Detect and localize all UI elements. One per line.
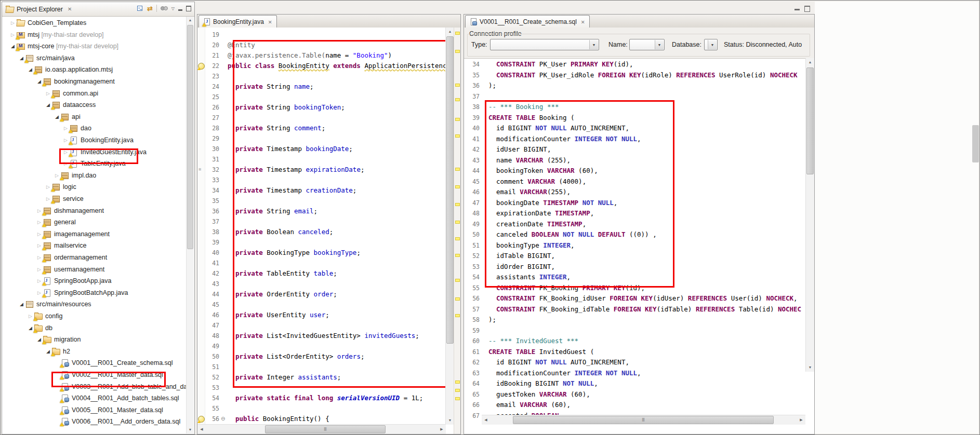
occurrence-marker[interactable] [455,397,460,400]
scrollbar-thumb[interactable] [446,36,454,344]
scroll-right-icon[interactable]: ▶ [438,425,446,434]
tree-item-src/main/java[interactable]: ◢src/main/java [3,52,186,64]
tree-item-usermanagement[interactable]: ▷usermanagement [3,264,186,276]
occurrence-marker[interactable] [455,254,460,257]
tree-item-common.api[interactable]: ▷common.api [3,88,186,100]
close-icon[interactable]: ✕ [268,19,272,25]
expander-icon[interactable]: ▷ [9,17,16,29]
chevron-down-icon[interactable]: ▼ [589,40,598,49]
minimize-view-icon[interactable] [178,9,182,11]
scroll-down-icon[interactable]: ▼ [806,363,814,372]
tree-item-InvitedGuestEntity.java[interactable]: ▷JInvitedGuestEntity.java [3,146,186,158]
close-icon[interactable]: ✕ [68,6,72,12]
tree-item-V0004__R001_Add_batch_tables.sql[interactable]: V0004__R001_Add_batch_tables.sql [3,392,186,404]
scrollbar-thumb[interactable]: Ⅲ [265,425,386,433]
occurrence-marker[interactable] [455,134,460,138]
java-code-area[interactable]: 1920@Entity21@javax.persistence.Table(na… [197,28,460,434]
occurrence-marker[interactable] [455,32,460,35]
tree-item-service[interactable]: ▷service [3,193,186,205]
tab-create-schema-sql[interactable]: V0001__R001_Create_schema.sql ✕ [465,15,590,28]
tree-item-logic[interactable]: ▷logic [3,181,186,193]
occurrence-marker[interactable] [455,237,460,240]
collapse-all-icon[interactable] [137,5,143,12]
java-overview-ruler[interactable] [454,28,460,434]
scroll-up-icon[interactable]: ▲ [187,17,194,24]
sql-vertical-scrollbar[interactable]: ▲ ▼ [805,58,814,372]
quickfix-warning-icon[interactable] [198,63,205,70]
scroll-up-icon[interactable]: ▲ [446,28,454,36]
scrollbar-thumb[interactable] [187,25,193,249]
scroll-right-icon[interactable]: ▶ [797,415,805,425]
tree-item-migration[interactable]: ◢migration [3,334,186,346]
database-select[interactable]: ▼ [704,39,718,50]
occurrence-marker[interactable] [455,314,460,317]
tab-booking-entity[interactable]: J BookingEntity.java ✕ [198,15,277,28]
link-with-editor-icon[interactable]: ⇄ [147,5,153,12]
project-tree-scrollbar[interactable]: ▲ ▼ [186,17,194,433]
occurrence-marker[interactable] [455,84,460,87]
occurrence-marker[interactable] [455,168,460,171]
occurrence-marker[interactable] [455,297,460,301]
occurrence-marker[interactable] [455,380,460,384]
project-explorer-tab[interactable]: Project Explorer ✕ [2,6,72,13]
tree-item-mtsj-core[interactable]: ◢Mmtsj-core [my-thai-star develop] [3,40,186,52]
scrollbar-thumb[interactable] [806,67,814,174]
scroll-left-icon[interactable]: ◀ [197,425,206,434]
tree-item-dao[interactable]: ▷dao [3,123,186,134]
tree-item-V0006__R001__Add_orders_data.sql[interactable]: V0006__R001__Add_orders_data.sql [3,416,186,428]
tree-item-V0005__R001_Master_data.sql[interactable]: V0005__R001_Master_data.sql [3,404,186,416]
maximize-view-icon[interactable] [186,6,191,11]
tree-item-SpringBootApp.java[interactable]: ▷JSpringBootApp.java [3,275,186,287]
quickfix-warning-icon[interactable] [198,416,205,423]
tree-item-V0001__R001_Create_schema.sql[interactable]: V0001__R001_Create_schema.sql [3,357,186,369]
sql-horizontal-scrollbar[interactable]: ◀ Ⅲ ▶ [482,415,805,425]
tree-item-impl.dao[interactable]: ▷impl.dao [3,170,186,182]
tree-item-imagemanagement[interactable]: ▷imagemanagement [3,228,186,240]
java-vertical-scrollbar[interactable]: ▲ ▼ [445,28,454,425]
tree-item-io.oasp.application.mtsj[interactable]: ◢io.oasp.application.mtsj [3,64,186,76]
tree-item-api[interactable]: ◢api [3,111,186,123]
occurrence-marker[interactable] [455,185,460,188]
focus-icon[interactable] [161,5,168,11]
minimize-icon[interactable] [794,9,800,10]
page-scrollbar-thumb[interactable] [972,125,979,162]
project-tree[interactable]: ▷CobiGen_Templates▷Mmtsj [my-thai-star d… [3,17,186,433]
scroll-up-icon[interactable]: ▲ [806,58,814,66]
tree-item-TableEntity.java[interactable]: ▷JTableEntity.java [3,158,186,170]
scroll-down-icon[interactable]: ▼ [446,416,454,425]
occurrence-marker[interactable] [455,279,460,282]
maximize-icon[interactable] [804,6,810,12]
sql-code-area[interactable]: 34 CONSTRAINT PK_User PRIMARY KEY(id),35… [464,58,814,434]
expander-icon[interactable]: ◢ [18,298,25,310]
tree-item-SpringBootBatchApp.java[interactable]: ▷JSpringBootBatchApp.java [3,287,186,299]
name-select[interactable]: ▼ [629,39,665,50]
occurrence-marker[interactable] [455,118,460,121]
tree-item-V0002__R001_Master_data.sql[interactable]: V0002__R001_Master_data.sql [3,369,186,381]
scroll-down-icon[interactable]: ▼ [187,426,194,433]
tree-item-dataaccess[interactable]: ◢dataaccess [3,99,186,111]
tree-item-CobiGen_Templates[interactable]: ▷CobiGen_Templates [3,17,186,29]
chevron-down-icon[interactable]: ▼ [655,40,664,49]
tree-item-BookingEntity.java[interactable]: ▷JBookingEntity.java [3,134,186,146]
tree-item-ordermanagement[interactable]: ▷ordermanagement [3,252,186,264]
close-icon[interactable]: ✕ [581,19,585,25]
chevron-down-icon[interactable]: ▼ [708,40,717,49]
occurrence-marker[interactable] [455,221,460,224]
tree-item-h2[interactable]: ◢h2 [3,346,186,358]
tree-item-general[interactable]: ▷general [3,216,186,228]
occurrence-marker[interactable] [455,98,460,101]
scrollbar-thumb[interactable]: Ⅲ [513,416,774,424]
occurrence-marker[interactable] [455,50,460,53]
scroll-left-icon[interactable]: ◀ [482,415,490,425]
occurrence-marker[interactable] [455,203,460,206]
fold-collapse-icon[interactable]: ⊖ [221,414,225,424]
tree-item-dishmanagement[interactable]: ▷dishmanagement [3,205,186,217]
tree-item-bookingmanagement[interactable]: ◢bookingmanagement [3,76,186,88]
java-horizontal-scrollbar[interactable]: ◀ Ⅲ ▶ [197,424,446,434]
view-menu-icon[interactable]: ▽ [171,6,175,11]
occurrence-marker[interactable] [455,389,460,392]
tree-item-src/main/resources[interactable]: ◢src/main/resources [3,298,186,310]
tree-item-V0003__R001_Add_blob_table_and_data.sql[interactable]: V0003__R001_Add_blob_table_and_data.sql [3,381,186,393]
tree-item-config[interactable]: ▷config [3,310,186,322]
type-select[interactable]: ▼ [490,39,599,50]
